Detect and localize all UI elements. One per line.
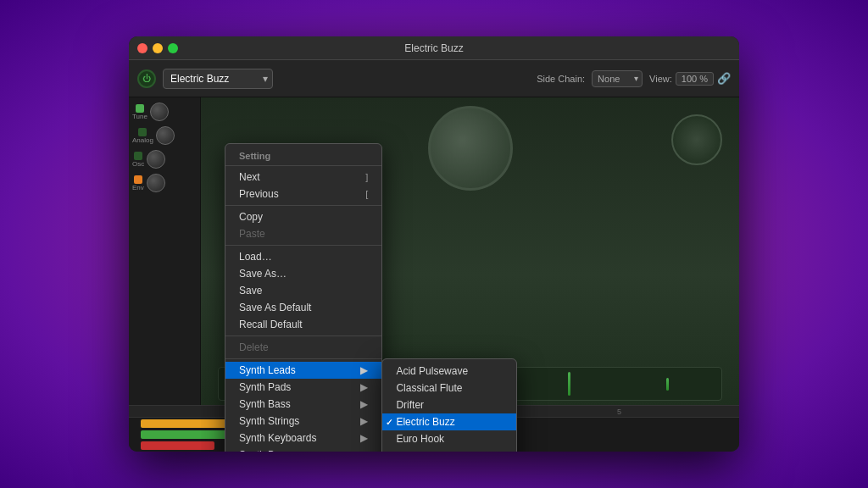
separator-2 [225,205,381,206]
menu-section-label: Setting [225,147,381,163]
arrow-keyboards: ▶ [360,432,368,444]
menu-item-delete[interactable]: Delete [225,339,381,356]
context-menu: Setting Next ] Previous [ Copy [225,143,382,452]
submenu-item-acid[interactable]: Acid Pulsewave [382,363,516,380]
submenu-arrow: ▶ [360,364,368,376]
context-menu-overlay: Setting Next ] Previous [ Copy [201,135,739,452]
plugin-header: ⏻ Electric Buzz Side Chain: None View: 1… [129,60,739,97]
main-content: Tune Analog Osc [129,97,739,452]
menu-item-save-default[interactable]: Save As Default [225,299,381,316]
menu-item-load[interactable]: Load… [225,248,381,265]
menu-item-recall-default[interactable]: Recall Default [225,316,381,333]
menu-item-synth-bass[interactable]: Synth Bass ▶ [225,396,381,413]
view-area: View: 100 % 🔗 [649,72,731,86]
maximize-button[interactable] [168,43,178,53]
arrow-strings: ▶ [360,415,368,427]
menu-item-synth-leads[interactable]: Synth Leads ▶ Acid Pulsewave Classical F… [225,362,381,379]
menu-item-copy[interactable]: Copy [225,208,381,225]
led-4 [134,175,142,184]
title-bar: Electric Buzz [129,36,739,60]
separator-1 [225,165,381,166]
knob-row-4: Env [129,172,200,194]
menu-item-synth-brass[interactable]: Synth Brass ▶ [225,446,381,452]
link-icon[interactable]: 🔗 [717,72,731,85]
left-panel: Tune Analog Osc [129,97,201,452]
menu-item-save-as[interactable]: Save As… [225,265,381,282]
separator-4 [225,336,381,336]
separator-3 [225,245,381,246]
sidechain-label: Side Chain: [537,74,585,84]
preset-name: Electric Buzz [170,73,229,85]
knob-analog[interactable] [156,126,175,145]
led-1 [136,104,144,113]
submenu-item-drifter[interactable]: Drifter [382,396,516,413]
arrow-bass: ▶ [360,398,368,410]
power-button[interactable]: ⏻ [137,69,156,88]
submenu-item-euro-hook[interactable]: Euro Hook [382,430,516,447]
knob-env[interactable] [147,174,165,192]
knob-row-3: Osc [129,148,200,170]
submenu-item-electric-buzz[interactable]: ✓ Electric Buzz [382,413,516,430]
menu-item-synth-pads[interactable]: Synth Pads ▶ [225,379,381,396]
menu-item-synth-strings[interactable]: Synth Strings ▶ [225,413,381,430]
sidechain-dropdown[interactable]: None [592,70,643,87]
led-3 [134,152,142,160]
sidechain-area: Side Chain: None [537,70,643,87]
submenu-item-everlasting[interactable]: Everlasting [382,447,516,452]
menu-item-next[interactable]: Next ] [225,169,381,186]
submenu-item-classical[interactable]: Classical Flute [382,380,516,396]
menu-item-previous[interactable]: Previous [ [225,186,381,202]
window-title: Electric Buzz [404,42,463,54]
minimize-button[interactable] [153,43,163,53]
close-button[interactable] [137,43,147,53]
synth-leads-submenu: Acid Pulsewave Classical Flute Drifter ✓… [381,358,517,452]
menu-item-save[interactable]: Save [225,282,381,299]
separator-5 [225,358,381,359]
menu-item-paste[interactable]: Paste [225,225,381,242]
knob-tune[interactable] [150,103,169,121]
knob-row-2: Analog [129,125,200,147]
led-2 [138,128,147,136]
preset-dropdown[interactable]: Electric Buzz [163,69,273,89]
knob-osc[interactable] [147,150,165,169]
menu-item-synth-keyboards[interactable]: Synth Keyboards ▶ [225,430,381,446]
knob-row-1: Tune [129,101,200,123]
app-window: Electric Buzz ⏻ Electric Buzz Side Chain… [129,36,739,452]
view-percent[interactable]: 100 % [676,72,714,86]
traffic-lights [137,43,178,53]
sidechain-value: None [598,74,620,84]
checkmark-icon: ✓ [386,418,392,427]
view-label: View: [649,74,672,84]
arrow-pads: ▶ [360,381,368,393]
plugin-body: Setting Next ] Previous [ Copy [201,97,739,452]
arrow-brass: ▶ [360,449,368,452]
